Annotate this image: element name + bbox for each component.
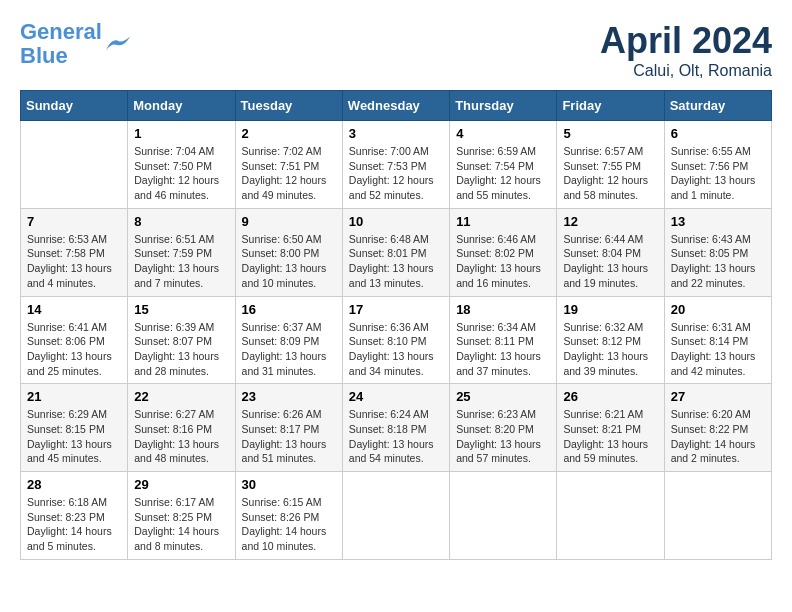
day-number: 3 <box>349 126 443 141</box>
day-number: 13 <box>671 214 765 229</box>
day-cell <box>450 472 557 560</box>
day-cell: 11Sunrise: 6:46 AM Sunset: 8:02 PM Dayli… <box>450 208 557 296</box>
day-number: 16 <box>242 302 336 317</box>
day-info: Sunrise: 7:04 AM Sunset: 7:50 PM Dayligh… <box>134 144 228 203</box>
week-row-1: 1Sunrise: 7:04 AM Sunset: 7:50 PM Daylig… <box>21 121 772 209</box>
day-cell: 21Sunrise: 6:29 AM Sunset: 8:15 PM Dayli… <box>21 384 128 472</box>
day-info: Sunrise: 6:20 AM Sunset: 8:22 PM Dayligh… <box>671 407 765 466</box>
day-info: Sunrise: 6:37 AM Sunset: 8:09 PM Dayligh… <box>242 320 336 379</box>
day-number: 24 <box>349 389 443 404</box>
day-cell: 5Sunrise: 6:57 AM Sunset: 7:55 PM Daylig… <box>557 121 664 209</box>
week-row-4: 21Sunrise: 6:29 AM Sunset: 8:15 PM Dayli… <box>21 384 772 472</box>
day-info: Sunrise: 6:51 AM Sunset: 7:59 PM Dayligh… <box>134 232 228 291</box>
day-info: Sunrise: 6:24 AM Sunset: 8:18 PM Dayligh… <box>349 407 443 466</box>
day-number: 8 <box>134 214 228 229</box>
day-cell: 27Sunrise: 6:20 AM Sunset: 8:22 PM Dayli… <box>664 384 771 472</box>
day-number: 12 <box>563 214 657 229</box>
col-header-monday: Monday <box>128 91 235 121</box>
day-info: Sunrise: 7:02 AM Sunset: 7:51 PM Dayligh… <box>242 144 336 203</box>
day-number: 20 <box>671 302 765 317</box>
day-number: 14 <box>27 302 121 317</box>
week-row-5: 28Sunrise: 6:18 AM Sunset: 8:23 PM Dayli… <box>21 472 772 560</box>
day-info: Sunrise: 6:18 AM Sunset: 8:23 PM Dayligh… <box>27 495 121 554</box>
day-info: Sunrise: 6:53 AM Sunset: 7:58 PM Dayligh… <box>27 232 121 291</box>
day-cell: 2Sunrise: 7:02 AM Sunset: 7:51 PM Daylig… <box>235 121 342 209</box>
day-info: Sunrise: 6:50 AM Sunset: 8:00 PM Dayligh… <box>242 232 336 291</box>
day-cell: 1Sunrise: 7:04 AM Sunset: 7:50 PM Daylig… <box>128 121 235 209</box>
page-header: General Blue April 2024 Calui, Olt, Roma… <box>20 20 772 80</box>
logo-text: General Blue <box>20 20 102 68</box>
day-number: 10 <box>349 214 443 229</box>
day-number: 5 <box>563 126 657 141</box>
col-header-sunday: Sunday <box>21 91 128 121</box>
day-info: Sunrise: 6:57 AM Sunset: 7:55 PM Dayligh… <box>563 144 657 203</box>
day-cell: 26Sunrise: 6:21 AM Sunset: 8:21 PM Dayli… <box>557 384 664 472</box>
day-cell: 17Sunrise: 6:36 AM Sunset: 8:10 PM Dayli… <box>342 296 449 384</box>
day-cell: 18Sunrise: 6:34 AM Sunset: 8:11 PM Dayli… <box>450 296 557 384</box>
day-info: Sunrise: 6:32 AM Sunset: 8:12 PM Dayligh… <box>563 320 657 379</box>
day-info: Sunrise: 6:34 AM Sunset: 8:11 PM Dayligh… <box>456 320 550 379</box>
day-cell: 10Sunrise: 6:48 AM Sunset: 8:01 PM Dayli… <box>342 208 449 296</box>
day-cell <box>342 472 449 560</box>
day-cell: 24Sunrise: 6:24 AM Sunset: 8:18 PM Dayli… <box>342 384 449 472</box>
day-number: 22 <box>134 389 228 404</box>
day-cell <box>21 121 128 209</box>
day-number: 27 <box>671 389 765 404</box>
logo-line1: General <box>20 19 102 44</box>
day-info: Sunrise: 7:00 AM Sunset: 7:53 PM Dayligh… <box>349 144 443 203</box>
day-cell: 3Sunrise: 7:00 AM Sunset: 7:53 PM Daylig… <box>342 121 449 209</box>
day-number: 25 <box>456 389 550 404</box>
title-block: April 2024 Calui, Olt, Romania <box>600 20 772 80</box>
calendar-header-row: SundayMondayTuesdayWednesdayThursdayFrid… <box>21 91 772 121</box>
day-info: Sunrise: 6:39 AM Sunset: 8:07 PM Dayligh… <box>134 320 228 379</box>
day-info: Sunrise: 6:26 AM Sunset: 8:17 PM Dayligh… <box>242 407 336 466</box>
week-row-3: 14Sunrise: 6:41 AM Sunset: 8:06 PM Dayli… <box>21 296 772 384</box>
day-cell: 6Sunrise: 6:55 AM Sunset: 7:56 PM Daylig… <box>664 121 771 209</box>
day-number: 28 <box>27 477 121 492</box>
day-number: 18 <box>456 302 550 317</box>
day-number: 11 <box>456 214 550 229</box>
day-cell: 16Sunrise: 6:37 AM Sunset: 8:09 PM Dayli… <box>235 296 342 384</box>
logo-line2: Blue <box>20 43 68 68</box>
day-cell: 30Sunrise: 6:15 AM Sunset: 8:26 PM Dayli… <box>235 472 342 560</box>
day-info: Sunrise: 6:44 AM Sunset: 8:04 PM Dayligh… <box>563 232 657 291</box>
calendar-table: SundayMondayTuesdayWednesdayThursdayFrid… <box>20 90 772 560</box>
day-cell: 28Sunrise: 6:18 AM Sunset: 8:23 PM Dayli… <box>21 472 128 560</box>
day-cell: 4Sunrise: 6:59 AM Sunset: 7:54 PM Daylig… <box>450 121 557 209</box>
col-header-tuesday: Tuesday <box>235 91 342 121</box>
day-info: Sunrise: 6:23 AM Sunset: 8:20 PM Dayligh… <box>456 407 550 466</box>
day-cell <box>557 472 664 560</box>
day-number: 30 <box>242 477 336 492</box>
day-info: Sunrise: 6:29 AM Sunset: 8:15 PM Dayligh… <box>27 407 121 466</box>
col-header-wednesday: Wednesday <box>342 91 449 121</box>
day-cell: 19Sunrise: 6:32 AM Sunset: 8:12 PM Dayli… <box>557 296 664 384</box>
day-info: Sunrise: 6:31 AM Sunset: 8:14 PM Dayligh… <box>671 320 765 379</box>
day-cell: 15Sunrise: 6:39 AM Sunset: 8:07 PM Dayli… <box>128 296 235 384</box>
day-number: 4 <box>456 126 550 141</box>
day-info: Sunrise: 6:15 AM Sunset: 8:26 PM Dayligh… <box>242 495 336 554</box>
day-cell: 22Sunrise: 6:27 AM Sunset: 8:16 PM Dayli… <box>128 384 235 472</box>
day-cell: 12Sunrise: 6:44 AM Sunset: 8:04 PM Dayli… <box>557 208 664 296</box>
day-number: 17 <box>349 302 443 317</box>
col-header-friday: Friday <box>557 91 664 121</box>
day-info: Sunrise: 6:59 AM Sunset: 7:54 PM Dayligh… <box>456 144 550 203</box>
day-info: Sunrise: 6:55 AM Sunset: 7:56 PM Dayligh… <box>671 144 765 203</box>
location: Calui, Olt, Romania <box>600 62 772 80</box>
day-cell: 7Sunrise: 6:53 AM Sunset: 7:58 PM Daylig… <box>21 208 128 296</box>
day-cell: 13Sunrise: 6:43 AM Sunset: 8:05 PM Dayli… <box>664 208 771 296</box>
day-number: 6 <box>671 126 765 141</box>
day-info: Sunrise: 6:27 AM Sunset: 8:16 PM Dayligh… <box>134 407 228 466</box>
day-number: 15 <box>134 302 228 317</box>
day-info: Sunrise: 6:43 AM Sunset: 8:05 PM Dayligh… <box>671 232 765 291</box>
day-cell: 20Sunrise: 6:31 AM Sunset: 8:14 PM Dayli… <box>664 296 771 384</box>
day-cell: 29Sunrise: 6:17 AM Sunset: 8:25 PM Dayli… <box>128 472 235 560</box>
day-cell: 23Sunrise: 6:26 AM Sunset: 8:17 PM Dayli… <box>235 384 342 472</box>
day-number: 7 <box>27 214 121 229</box>
col-header-thursday: Thursday <box>450 91 557 121</box>
day-info: Sunrise: 6:46 AM Sunset: 8:02 PM Dayligh… <box>456 232 550 291</box>
day-number: 2 <box>242 126 336 141</box>
day-info: Sunrise: 6:21 AM Sunset: 8:21 PM Dayligh… <box>563 407 657 466</box>
month-title: April 2024 <box>600 20 772 62</box>
day-number: 9 <box>242 214 336 229</box>
day-cell <box>664 472 771 560</box>
